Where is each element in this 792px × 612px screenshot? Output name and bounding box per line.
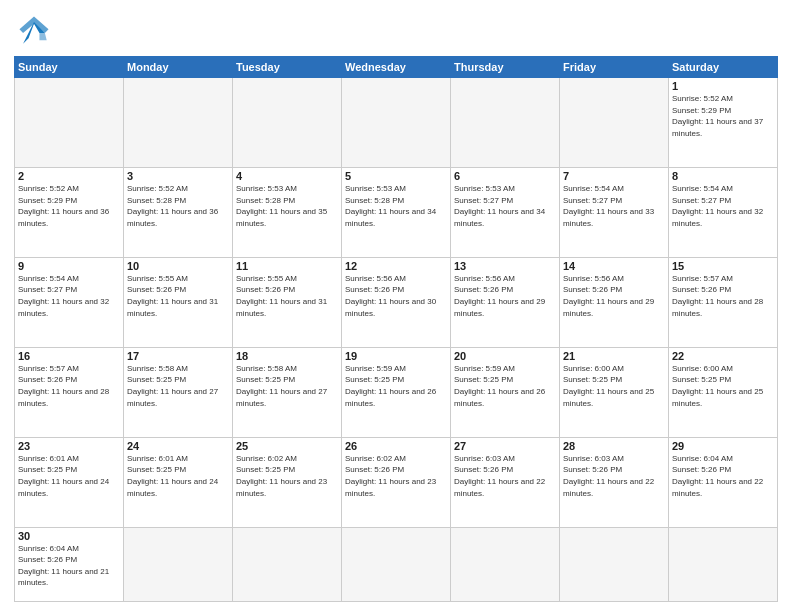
calendar-cell	[560, 527, 669, 601]
logo-icon	[14, 14, 54, 50]
day-number: 2	[18, 170, 120, 182]
calendar-cell: 8Sunrise: 5:54 AMSunset: 5:27 PMDaylight…	[669, 167, 778, 257]
day-info: Sunrise: 6:02 AMSunset: 5:25 PMDaylight:…	[236, 453, 338, 499]
day-info: Sunrise: 6:00 AMSunset: 5:25 PMDaylight:…	[563, 363, 665, 409]
day-info: Sunrise: 5:55 AMSunset: 5:26 PMDaylight:…	[236, 273, 338, 319]
day-info: Sunrise: 5:53 AMSunset: 5:28 PMDaylight:…	[345, 183, 447, 229]
day-info: Sunrise: 5:56 AMSunset: 5:26 PMDaylight:…	[345, 273, 447, 319]
day-number: 17	[127, 350, 229, 362]
day-info: Sunrise: 6:01 AMSunset: 5:25 PMDaylight:…	[127, 453, 229, 499]
day-number: 15	[672, 260, 774, 272]
calendar-cell: 17Sunrise: 5:58 AMSunset: 5:25 PMDayligh…	[124, 347, 233, 437]
day-info: Sunrise: 6:01 AMSunset: 5:25 PMDaylight:…	[18, 453, 120, 499]
calendar-cell	[451, 527, 560, 601]
calendar-week-row: 1Sunrise: 5:52 AMSunset: 5:29 PMDaylight…	[15, 78, 778, 168]
calendar-cell: 26Sunrise: 6:02 AMSunset: 5:26 PMDayligh…	[342, 437, 451, 527]
calendar-cell: 10Sunrise: 5:55 AMSunset: 5:26 PMDayligh…	[124, 257, 233, 347]
calendar-week-row: 2Sunrise: 5:52 AMSunset: 5:29 PMDaylight…	[15, 167, 778, 257]
calendar-cell: 19Sunrise: 5:59 AMSunset: 5:25 PMDayligh…	[342, 347, 451, 437]
col-header-saturday: Saturday	[669, 57, 778, 78]
calendar-cell: 22Sunrise: 6:00 AMSunset: 5:25 PMDayligh…	[669, 347, 778, 437]
calendar-cell: 30Sunrise: 6:04 AMSunset: 5:26 PMDayligh…	[15, 527, 124, 601]
day-number: 27	[454, 440, 556, 452]
calendar-cell: 3Sunrise: 5:52 AMSunset: 5:28 PMDaylight…	[124, 167, 233, 257]
calendar-cell: 2Sunrise: 5:52 AMSunset: 5:29 PMDaylight…	[15, 167, 124, 257]
day-number: 10	[127, 260, 229, 272]
day-info: Sunrise: 6:03 AMSunset: 5:26 PMDaylight:…	[563, 453, 665, 499]
day-info: Sunrise: 5:54 AMSunset: 5:27 PMDaylight:…	[672, 183, 774, 229]
day-number: 16	[18, 350, 120, 362]
day-number: 3	[127, 170, 229, 182]
calendar-week-row: 16Sunrise: 5:57 AMSunset: 5:26 PMDayligh…	[15, 347, 778, 437]
day-number: 6	[454, 170, 556, 182]
calendar-cell: 20Sunrise: 5:59 AMSunset: 5:25 PMDayligh…	[451, 347, 560, 437]
calendar-cell: 12Sunrise: 5:56 AMSunset: 5:26 PMDayligh…	[342, 257, 451, 347]
calendar-cell	[15, 78, 124, 168]
calendar-cell: 9Sunrise: 5:54 AMSunset: 5:27 PMDaylight…	[15, 257, 124, 347]
calendar-cell: 4Sunrise: 5:53 AMSunset: 5:28 PMDaylight…	[233, 167, 342, 257]
svg-marker-2	[39, 33, 46, 40]
calendar-cell	[451, 78, 560, 168]
day-number: 8	[672, 170, 774, 182]
calendar-cell	[342, 527, 451, 601]
calendar-cell	[233, 78, 342, 168]
day-number: 5	[345, 170, 447, 182]
day-number: 20	[454, 350, 556, 362]
calendar-cell: 21Sunrise: 6:00 AMSunset: 5:25 PMDayligh…	[560, 347, 669, 437]
calendar-cell	[560, 78, 669, 168]
calendar-cell: 13Sunrise: 5:56 AMSunset: 5:26 PMDayligh…	[451, 257, 560, 347]
day-number: 28	[563, 440, 665, 452]
page: SundayMondayTuesdayWednesdayThursdayFrid…	[0, 0, 792, 612]
day-number: 22	[672, 350, 774, 362]
day-number: 12	[345, 260, 447, 272]
day-number: 24	[127, 440, 229, 452]
calendar-week-row: 23Sunrise: 6:01 AMSunset: 5:25 PMDayligh…	[15, 437, 778, 527]
day-info: Sunrise: 5:52 AMSunset: 5:29 PMDaylight:…	[18, 183, 120, 229]
day-info: Sunrise: 5:54 AMSunset: 5:27 PMDaylight:…	[563, 183, 665, 229]
day-number: 23	[18, 440, 120, 452]
day-info: Sunrise: 5:58 AMSunset: 5:25 PMDaylight:…	[236, 363, 338, 409]
logo	[14, 14, 60, 50]
day-number: 9	[18, 260, 120, 272]
day-number: 14	[563, 260, 665, 272]
day-number: 13	[454, 260, 556, 272]
calendar-cell: 15Sunrise: 5:57 AMSunset: 5:26 PMDayligh…	[669, 257, 778, 347]
day-info: Sunrise: 5:57 AMSunset: 5:26 PMDaylight:…	[672, 273, 774, 319]
calendar-cell: 14Sunrise: 5:56 AMSunset: 5:26 PMDayligh…	[560, 257, 669, 347]
calendar-cell	[342, 78, 451, 168]
calendar-header-row: SundayMondayTuesdayWednesdayThursdayFrid…	[15, 57, 778, 78]
calendar-cell: 1Sunrise: 5:52 AMSunset: 5:29 PMDaylight…	[669, 78, 778, 168]
calendar-cell: 18Sunrise: 5:58 AMSunset: 5:25 PMDayligh…	[233, 347, 342, 437]
calendar-cell	[669, 527, 778, 601]
header	[14, 10, 778, 50]
svg-marker-1	[19, 17, 48, 33]
day-info: Sunrise: 5:52 AMSunset: 5:28 PMDaylight:…	[127, 183, 229, 229]
day-number: 29	[672, 440, 774, 452]
day-info: Sunrise: 5:52 AMSunset: 5:29 PMDaylight:…	[672, 93, 774, 139]
col-header-wednesday: Wednesday	[342, 57, 451, 78]
day-number: 21	[563, 350, 665, 362]
calendar-week-row: 9Sunrise: 5:54 AMSunset: 5:27 PMDaylight…	[15, 257, 778, 347]
day-number: 30	[18, 530, 120, 542]
calendar-cell: 24Sunrise: 6:01 AMSunset: 5:25 PMDayligh…	[124, 437, 233, 527]
col-header-thursday: Thursday	[451, 57, 560, 78]
day-info: Sunrise: 5:59 AMSunset: 5:25 PMDaylight:…	[345, 363, 447, 409]
day-number: 25	[236, 440, 338, 452]
calendar-cell: 25Sunrise: 6:02 AMSunset: 5:25 PMDayligh…	[233, 437, 342, 527]
calendar-cell: 16Sunrise: 5:57 AMSunset: 5:26 PMDayligh…	[15, 347, 124, 437]
calendar-cell: 6Sunrise: 5:53 AMSunset: 5:27 PMDaylight…	[451, 167, 560, 257]
day-info: Sunrise: 5:56 AMSunset: 5:26 PMDaylight:…	[454, 273, 556, 319]
calendar-cell: 11Sunrise: 5:55 AMSunset: 5:26 PMDayligh…	[233, 257, 342, 347]
day-info: Sunrise: 5:57 AMSunset: 5:26 PMDaylight:…	[18, 363, 120, 409]
day-info: Sunrise: 5:55 AMSunset: 5:26 PMDaylight:…	[127, 273, 229, 319]
day-info: Sunrise: 5:58 AMSunset: 5:25 PMDaylight:…	[127, 363, 229, 409]
calendar-week-row: 30Sunrise: 6:04 AMSunset: 5:26 PMDayligh…	[15, 527, 778, 601]
day-info: Sunrise: 6:04 AMSunset: 5:26 PMDaylight:…	[18, 543, 120, 589]
calendar-cell: 29Sunrise: 6:04 AMSunset: 5:26 PMDayligh…	[669, 437, 778, 527]
day-number: 1	[672, 80, 774, 92]
calendar-cell	[124, 78, 233, 168]
day-info: Sunrise: 5:56 AMSunset: 5:26 PMDaylight:…	[563, 273, 665, 319]
day-number: 4	[236, 170, 338, 182]
col-header-friday: Friday	[560, 57, 669, 78]
day-number: 11	[236, 260, 338, 272]
